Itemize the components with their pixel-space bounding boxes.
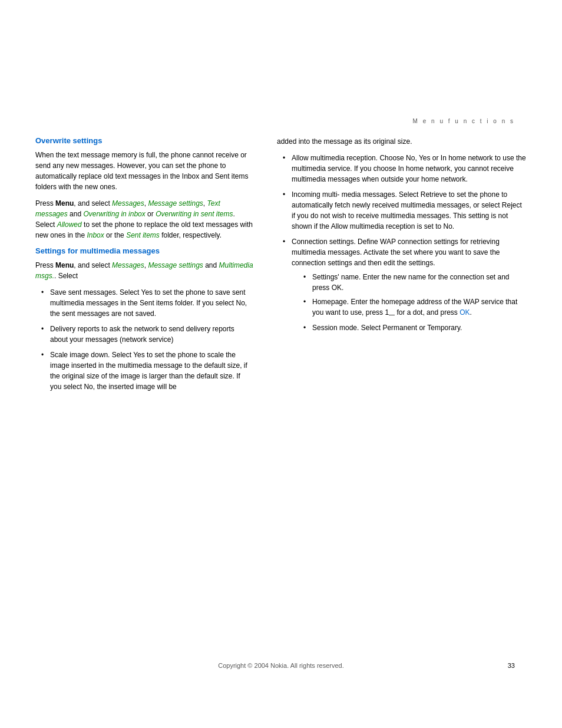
menu-bold-2: Menu	[55, 261, 74, 269]
permanent-link: Permanent	[382, 324, 417, 332]
save-sent-link: Save sent messages	[50, 288, 115, 297]
bullet-connection-settings: Connection settings. Define WAP connecti…	[283, 236, 527, 333]
overwriting-inbox-link: Overwriting in inbox	[83, 210, 145, 218]
overwriting-sent-link: Overwriting in sent items	[156, 210, 233, 218]
in-home-network-link-1: In home network	[441, 154, 493, 162]
page-header: M e n u f u n c t i o n s	[0, 0, 562, 130]
in-home-network-link-2: In home network	[398, 164, 451, 173]
sub-bullet-homepage: Homepage. Enter the homepage address of …	[303, 297, 527, 319]
overwrite-settings-instructions: Press Menu, and select Messages, Message…	[35, 198, 253, 241]
bullet-delivery-reports: Delivery reports to ask the network to s…	[41, 324, 253, 345]
homepage-link: Homepage	[312, 298, 347, 306]
session-mode-link: Session mode	[312, 324, 357, 332]
sent-items-link-1: Sent items	[126, 231, 160, 239]
yes-link-3: Yes	[419, 154, 431, 162]
multimedia-bullet-list: Save sent messages. Select Yes to set th…	[35, 287, 253, 392]
bullet-save-sent: Save sent messages. Select Yes to set th…	[41, 287, 253, 319]
right-column: added into the message as its original s…	[277, 136, 527, 398]
page-number: 33	[508, 662, 515, 669]
scale-image-link: Scale image down	[50, 351, 108, 359]
connection-settings-link: Connection settings	[292, 238, 353, 246]
page: M e n u f u n c t i o n s Overwrite sett…	[0, 0, 562, 728]
sent-items-link-2: Sent items	[140, 299, 173, 307]
left-column: Overwrite settings When the text message…	[35, 136, 253, 398]
allowed-link: Allowed	[57, 220, 82, 229]
temporary-link: Temporary	[427, 324, 460, 332]
delivery-reports-link: Delivery reports	[50, 325, 100, 333]
right-intro-text: added into the message as its original s…	[277, 136, 527, 147]
bullet-scale-image: Scale image down. Select Yes to set the …	[41, 350, 253, 392]
ok-bold-1: OK	[332, 284, 342, 292]
allow-multimedia-link: Allow multimedia reception	[292, 154, 376, 162]
overwrite-settings-intro: When the text message memory is full, th…	[35, 150, 253, 192]
settings-name-link: Settings' name	[312, 273, 359, 281]
ok-bold-2: OK	[459, 308, 470, 317]
menu-bold-1: Menu	[55, 199, 74, 207]
content-area: Overwrite settings When the text message…	[0, 130, 562, 421]
sub-bullet-session-mode: Session mode. Select Permanent or Tempor…	[303, 322, 527, 333]
no-link-2: No	[84, 383, 92, 391]
multimedia-settings-intro: Press Menu, and select Messages, Message…	[35, 260, 253, 281]
footer-copyright: Copyright © 2004 Nokia. All rights reser…	[0, 662, 562, 669]
messages-link-2: Messages	[112, 261, 144, 269]
multimedia-settings-title: Settings for multimedia messages	[35, 246, 253, 255]
connection-sub-list: Settings' name. Enter the new name for t…	[292, 272, 527, 333]
incoming-multimedia-link: Incoming multi- media messages	[292, 190, 395, 199]
allow-multimedia-link-2: Allow multimedia reception	[331, 222, 415, 230]
retrieve-link: Retrieve	[421, 190, 447, 199]
bullet-incoming-multimedia: Incoming multi- media messages. Select R…	[283, 189, 527, 232]
yes-link-1: Yes	[141, 288, 153, 297]
overwrite-settings-title: Overwrite settings	[35, 136, 253, 145]
sub-bullet-settings-name: Settings' name. Enter the new name for t…	[303, 272, 527, 293]
no-link-1: No	[236, 299, 245, 307]
yes-link-2: Yes	[133, 351, 145, 359]
inbox-link-1: Inbox	[87, 231, 104, 239]
bullet-allow-multimedia: Allow multimedia reception. Choose No, Y…	[283, 153, 527, 185]
messages-link-1: Messages	[112, 199, 144, 207]
no-link-3: No	[406, 154, 415, 162]
message-settings-link-2: Message settings	[148, 261, 203, 269]
copyright-text: Copyright © 2004 Nokia. All rights reser…	[218, 662, 344, 669]
header-text: M e n u f u n c t i o n s	[413, 118, 515, 124]
right-bullet-list: Allow multimedia reception. Choose No, Y…	[277, 153, 527, 333]
reject-link: Reject	[502, 201, 522, 209]
message-settings-link-1: Message settings	[148, 199, 203, 207]
no-link-4: No	[443, 222, 452, 230]
